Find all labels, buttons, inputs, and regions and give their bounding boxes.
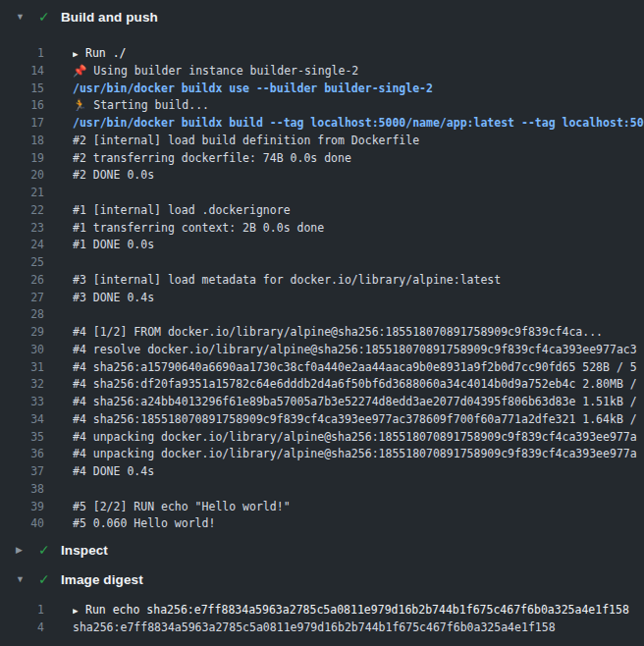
section-log-body: 1▶Run echo sha256:e7ff8834a5963a2785c5a0…	[0, 594, 644, 637]
line-number[interactable]: 17	[0, 115, 44, 133]
line-number[interactable]: 16	[0, 97, 44, 115]
chevron-down-icon[interactable]: ▼	[16, 13, 29, 22]
log-text: #4 DONE 0.4s	[73, 463, 644, 481]
log-command-text: /usr/bin/docker buildx use --builder bui…	[73, 81, 644, 98]
log-line: 16🏃 Starting build...	[0, 97, 644, 115]
log-text: #5 [2/2] RUN echo "Hello world!"	[73, 499, 644, 516]
log-group-toggle[interactable]: ▶Run ./	[73, 45, 644, 63]
log-text: 📌 Using builder instance builder-single-…	[73, 63, 644, 81]
line-number[interactable]: 20	[0, 167, 44, 185]
log-line: 38	[0, 481, 644, 499]
log-text: #4 [1/2] FROM docker.io/library/alpine@s…	[73, 324, 644, 342]
log-text: #1 transferring context: 2B 0.0s done	[73, 220, 644, 238]
log-text	[73, 254, 644, 272]
line-number[interactable]: 30	[0, 342, 44, 359]
line-number[interactable]: 15	[0, 81, 44, 98]
log-text	[73, 306, 644, 324]
section-header-inspect[interactable]: ▶✓Inspect	[0, 535, 644, 565]
log-text: sha256:e7ff8834a5963a2785c5a0811e979d16b…	[73, 619, 644, 637]
line-number[interactable]: 26	[0, 272, 44, 290]
log-line: 14📌 Using builder instance builder-singl…	[0, 63, 644, 81]
line-number[interactable]: 21	[0, 185, 44, 202]
log-text: #4 sha256:a24bb4013296f61e89ba57005a7b3e…	[73, 394, 644, 411]
line-number[interactable]: 27	[0, 290, 44, 307]
log-line: 28	[0, 306, 644, 324]
line-number[interactable]: 4	[0, 619, 44, 637]
log-text: Run echo sha256:e7ff8834a5963a2785c5a081…	[85, 603, 629, 617]
line-number[interactable]: 24	[0, 237, 44, 254]
log-text: #1 [internal] load .dockerignore	[73, 202, 644, 220]
log-line: 22#1 [internal] load .dockerignore	[0, 202, 644, 220]
log-line: 1▶Run echo sha256:e7ff8834a5963a2785c5a0…	[0, 602, 644, 619]
group-expand-icon[interactable]: ▶	[73, 46, 85, 63]
log-line: 30#4 resolve docker.io/library/alpine@sh…	[0, 342, 644, 359]
group-expand-icon[interactable]: ▶	[73, 603, 85, 619]
line-number[interactable]: 23	[0, 220, 44, 238]
line-number[interactable]: 36	[0, 446, 44, 463]
log-line: 23#1 transferring context: 2B 0.0s done	[0, 220, 644, 238]
log-line: 29#4 [1/2] FROM docker.io/library/alpine…	[0, 324, 644, 342]
line-number[interactable]: 25	[0, 254, 44, 272]
line-number[interactable]: 32	[0, 376, 44, 394]
workflow-log-viewer: ▼✓Build and push1▶Run ./14📌 Using builde…	[0, 0, 644, 646]
section-header-build-and-push[interactable]: ▼✓Build and push	[0, 2, 644, 31]
line-number[interactable]: 29	[0, 324, 44, 342]
chevron-down-icon[interactable]: ▼	[16, 575, 29, 584]
line-number[interactable]: 38	[0, 481, 44, 499]
log-line: 33#4 sha256:a24bb4013296f61e89ba57005a7b…	[0, 394, 644, 411]
line-number[interactable]: 19	[0, 150, 44, 168]
chevron-right-icon[interactable]: ▶	[16, 546, 29, 555]
log-text: #3 [internal] load metadata for docker.i…	[73, 272, 644, 290]
line-number[interactable]: 18	[0, 133, 44, 150]
log-text: #4 sha256:a15790640a6690aa1730c38cf0a440…	[73, 359, 644, 377]
log-text: #4 resolve docker.io/library/alpine@sha2…	[73, 342, 644, 359]
log-line: 21	[0, 185, 644, 202]
line-number[interactable]: 39	[0, 499, 44, 516]
log-line: 20#2 DONE 0.0s	[0, 167, 644, 185]
line-number[interactable]: 40	[0, 515, 44, 533]
log-text: #1 DONE 0.0s	[73, 237, 644, 254]
log-line: 27#3 DONE 0.4s	[0, 290, 644, 307]
log-section-image-digest: ▼✓Image digest1▶Run echo sha256:e7ff8834…	[0, 565, 644, 637]
line-number[interactable]: 35	[0, 429, 44, 447]
log-text: #4 unpacking docker.io/library/alpine@sh…	[73, 429, 644, 447]
log-text: #4 sha256:185518070891758909c9f839cf4ca3…	[73, 411, 644, 429]
log-text: #4 sha256:df20fa9351a15782c64e6dddb2d4a6…	[73, 376, 644, 394]
section-header-image-digest[interactable]: ▼✓Image digest	[0, 565, 644, 594]
log-line: 4sha256:e7ff8834a5963a2785c5a0811e979d16…	[0, 619, 644, 637]
line-number[interactable]: 28	[0, 306, 44, 324]
log-text: #2 DONE 0.0s	[73, 167, 644, 185]
line-number[interactable]: 37	[0, 463, 44, 481]
log-line: 36#4 unpacking docker.io/library/alpine@…	[0, 446, 644, 463]
log-line: 25	[0, 254, 644, 272]
line-number[interactable]: 31	[0, 359, 44, 377]
section-title: Image digest	[61, 572, 143, 587]
log-line: 34#4 sha256:185518070891758909c9f839cf4c…	[0, 411, 644, 429]
section-log-body: 1▶Run ./14📌 Using builder instance build…	[0, 31, 644, 535]
log-text	[73, 481, 644, 499]
log-line: 32#4 sha256:df20fa9351a15782c64e6dddb2d4…	[0, 376, 644, 394]
line-number[interactable]: 14	[0, 63, 44, 81]
log-section-build-and-push: ▼✓Build and push1▶Run ./14📌 Using builde…	[0, 2, 644, 535]
log-line: 26#3 [internal] load metadata for docker…	[0, 272, 644, 290]
log-text: #2 [internal] load build definition from…	[73, 133, 644, 150]
log-line: 24#1 DONE 0.0s	[0, 237, 644, 254]
log-line: 40#5 0.060 Hello world!	[0, 515, 644, 533]
line-number[interactable]: 1	[0, 602, 44, 619]
line-number[interactable]: 34	[0, 411, 44, 429]
log-line: 15/usr/bin/docker buildx use --builder b…	[0, 81, 644, 98]
log-text: 🏃 Starting build...	[73, 97, 644, 115]
log-text	[73, 185, 644, 202]
log-section-inspect: ▶✓Inspect	[0, 535, 644, 565]
log-group-toggle[interactable]: ▶Run echo sha256:e7ff8834a5963a2785c5a08…	[73, 602, 644, 619]
success-check-icon: ✓	[38, 543, 54, 557]
success-check-icon: ✓	[38, 10, 54, 24]
line-number[interactable]: 33	[0, 394, 44, 411]
log-line: 37#4 DONE 0.4s	[0, 463, 644, 481]
log-text: #3 DONE 0.4s	[73, 290, 644, 307]
log-line: 39#5 [2/2] RUN echo "Hello world!"	[0, 499, 644, 516]
section-title: Inspect	[61, 543, 108, 558]
log-line: 19#2 transferring dockerfile: 74B 0.0s d…	[0, 150, 644, 168]
line-number[interactable]: 22	[0, 202, 44, 220]
line-number[interactable]: 1	[0, 45, 44, 63]
